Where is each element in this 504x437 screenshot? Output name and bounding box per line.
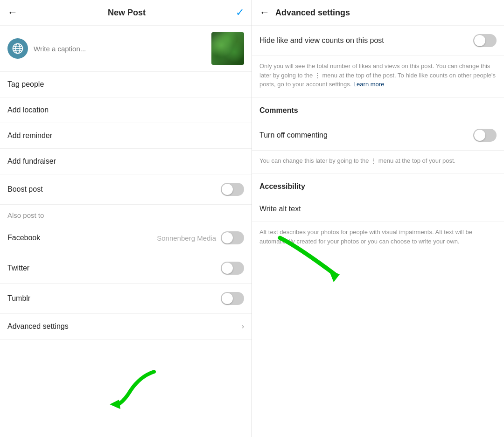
twitter-item: Twitter bbox=[0, 253, 252, 284]
boost-post-toggle[interactable] bbox=[221, 183, 244, 196]
alt-text-description: Alt text describes your photos for peopl… bbox=[252, 222, 504, 254]
tumblr-label: Tumblr bbox=[7, 294, 30, 303]
comments-section-title: Comments bbox=[252, 98, 504, 120]
caption-area bbox=[0, 26, 252, 72]
globe-icon bbox=[11, 42, 24, 55]
facebook-label: Facebook bbox=[7, 234, 40, 242]
boost-post-item: Boost post bbox=[0, 174, 252, 205]
page-title: New Post bbox=[108, 8, 146, 18]
advanced-settings-panel: ← Advanced settings Hide like and view c… bbox=[252, 0, 504, 437]
learn-more-link[interactable]: Learn more bbox=[353, 81, 384, 88]
commenting-desc-text: You can change this later by going to th… bbox=[259, 157, 455, 164]
chevron-right-icon: › bbox=[242, 322, 244, 331]
add-reminder-label: Add reminder bbox=[7, 132, 52, 140]
write-alt-text-label: Write alt text bbox=[259, 205, 301, 213]
advanced-settings-label: Advanced settings bbox=[7, 322, 69, 331]
facebook-toggle[interactable] bbox=[221, 231, 244, 244]
advanced-settings-item[interactable]: Advanced settings › bbox=[0, 314, 252, 340]
add-fundraiser-label: Add fundraiser bbox=[7, 157, 56, 166]
hide-like-count-label: Hide like and view counts on this post bbox=[259, 36, 473, 45]
tag-people-label: Tag people bbox=[7, 80, 44, 89]
turn-off-commenting-toggle[interactable] bbox=[473, 129, 497, 142]
add-location-label: Add location bbox=[7, 106, 49, 114]
accessibility-section-title: Accessibility bbox=[252, 174, 504, 196]
twitter-label: Twitter bbox=[7, 264, 29, 272]
facebook-value: Sonnenberg Media bbox=[157, 234, 216, 242]
add-location-item[interactable]: Add location bbox=[0, 97, 252, 123]
turn-off-commenting-row: Turn off commenting bbox=[252, 120, 504, 151]
hide-like-count-description: Only you will see the total number of li… bbox=[252, 56, 504, 98]
new-post-header: ← New Post ✓ bbox=[0, 0, 252, 26]
also-post-header: Also post to bbox=[0, 205, 252, 223]
new-post-panel: ← New Post ✓ Tag people Add locat bbox=[0, 0, 252, 437]
boost-post-label: Boost post bbox=[7, 185, 43, 194]
back-button[interactable]: ← bbox=[7, 7, 18, 19]
hide-like-count-toggle[interactable] bbox=[473, 34, 497, 47]
hide-like-count-desc-text: Only you will see the total number of li… bbox=[259, 62, 496, 88]
add-fundraiser-item[interactable]: Add fundraiser bbox=[0, 149, 252, 174]
post-thumbnail bbox=[211, 32, 244, 65]
caption-input[interactable] bbox=[34, 45, 206, 53]
hide-like-count-row: Hide like and view counts on this post bbox=[252, 26, 504, 56]
advanced-back-button[interactable]: ← bbox=[259, 7, 270, 19]
alt-text-desc-text: Alt text describes your photos for peopl… bbox=[259, 229, 472, 245]
tumblr-toggle[interactable] bbox=[221, 292, 244, 305]
write-alt-text-row[interactable]: Write alt text bbox=[252, 196, 504, 222]
advanced-settings-content: Hide like and view counts on this post O… bbox=[252, 26, 504, 254]
advanced-settings-header: ← Advanced settings bbox=[252, 0, 504, 26]
commenting-description: You can change this later by going to th… bbox=[252, 151, 504, 174]
avatar bbox=[7, 38, 28, 59]
tumblr-item: Tumblr bbox=[0, 284, 252, 314]
confirm-button[interactable]: ✓ bbox=[236, 7, 244, 19]
add-reminder-item[interactable]: Add reminder bbox=[0, 123, 252, 149]
advanced-settings-title: Advanced settings bbox=[275, 8, 350, 18]
twitter-toggle[interactable] bbox=[221, 262, 244, 275]
facebook-item: Facebook Sonnenberg Media bbox=[0, 223, 252, 253]
tag-people-item[interactable]: Tag people bbox=[0, 72, 252, 97]
facebook-right: Sonnenberg Media bbox=[157, 231, 244, 244]
turn-off-commenting-label: Turn off commenting bbox=[259, 131, 473, 139]
